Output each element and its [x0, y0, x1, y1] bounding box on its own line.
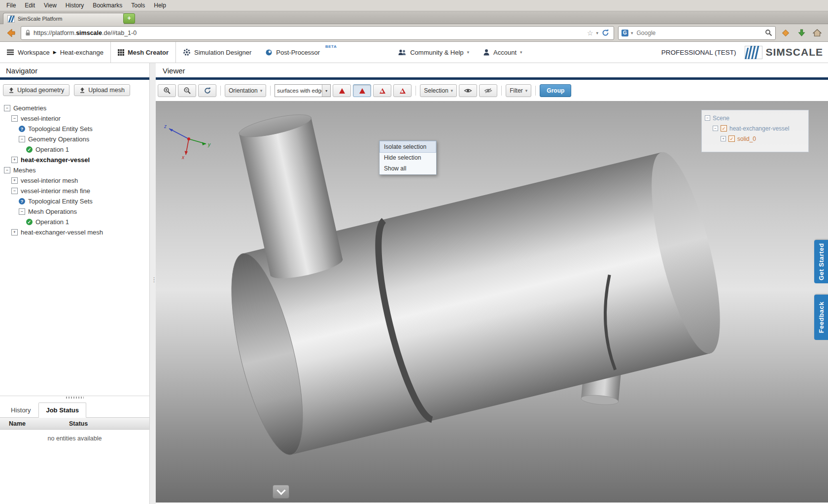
- workspace-breadcrumb[interactable]: Workspace ▶ Heat-exchange: [0, 42, 110, 63]
- home-button[interactable]: [811, 27, 823, 39]
- scene-vessel-row[interactable]: heat-exchanger-vessel: [705, 123, 805, 134]
- downloads-button[interactable]: [795, 27, 807, 39]
- group-label: Group: [547, 87, 564, 94]
- get-started-tab[interactable]: Get Started: [814, 240, 828, 283]
- tree-item-geometries[interactable]: Geometries: [0, 103, 149, 113]
- menu-bookmarks[interactable]: Bookmarks: [88, 0, 127, 10]
- viewer-toolbar: Orientation▾ surfaces with edges▾ Select…: [156, 80, 828, 99]
- menu-help[interactable]: Help: [149, 0, 171, 10]
- plus-expander-icon[interactable]: [11, 157, 18, 163]
- tab-post-processor[interactable]: Post-Processor BETA: [258, 42, 337, 63]
- address-bar[interactable]: https://platform.simscale.de/#tab_1-0 ☆ …: [21, 26, 614, 40]
- plus-expander-icon[interactable]: [11, 229, 18, 235]
- scene-root-row[interactable]: Scene: [705, 113, 805, 123]
- tree-item-mesh-operations[interactable]: Mesh Operations: [0, 206, 149, 217]
- browser-tab-title: SimScale Platform: [18, 16, 62, 22]
- quality-triangle-outline-icon: [400, 88, 406, 94]
- scene-solid-row[interactable]: solid_0: [705, 134, 805, 144]
- tree-item-vessel-interior-mesh-fine[interactable]: vessel-interior mesh fine: [0, 186, 149, 196]
- tree-item-topological-entity-sets-2[interactable]: Topological Entity Sets: [0, 196, 149, 206]
- menu-tools[interactable]: Tools: [127, 0, 149, 10]
- minus-expander-icon[interactable]: [11, 188, 18, 194]
- minus-expander-icon[interactable]: [11, 115, 18, 122]
- account-menu[interactable]: Account ▾: [476, 42, 529, 63]
- hide-selection-button[interactable]: [479, 84, 497, 97]
- visibility-check-icon[interactable]: [728, 135, 735, 142]
- menu-history[interactable]: History: [61, 0, 88, 10]
- quality-triangle-button-2[interactable]: [353, 84, 371, 97]
- minus-expander-icon[interactable]: [713, 126, 718, 131]
- refresh-icon: [204, 87, 211, 95]
- zoom-in-button[interactable]: [158, 84, 176, 97]
- tree-item-topological-entity-sets[interactable]: Topological Entity Sets: [0, 124, 149, 134]
- minus-expander-icon[interactable]: [4, 167, 10, 173]
- collapse-viewport-button[interactable]: [273, 485, 289, 499]
- display-mode-value: surfaces with edges: [275, 88, 322, 94]
- zoom-out-button[interactable]: [178, 84, 196, 97]
- quality-triangle-button-1[interactable]: [333, 84, 351, 97]
- upload-geometry-button[interactable]: Upload geometry: [3, 84, 69, 96]
- tree-item-vessel-interior[interactable]: vessel-interior: [0, 113, 149, 124]
- context-menu-hide-selection[interactable]: Hide selection: [380, 152, 436, 163]
- new-tab-button[interactable]: +: [123, 13, 135, 24]
- tree-item-heat-exchanger-vessel-mesh[interactable]: heat-exchanger-vessel mesh: [0, 227, 149, 237]
- tab-job-status[interactable]: Job Status: [38, 403, 86, 418]
- quality-triangle-icon: [339, 88, 345, 94]
- tree-item-meshes[interactable]: Meshes: [0, 165, 149, 175]
- tab-history[interactable]: History: [4, 403, 37, 417]
- viewport-canvas[interactable]: z y x Isolate selection Hide selection S…: [156, 101, 828, 503]
- tree-item-heat-exchanger-vessel[interactable]: heat-exchanger-vessel: [0, 155, 149, 165]
- selection-dropdown[interactable]: Selection▾: [420, 84, 457, 97]
- context-menu-isolate-selection[interactable]: Isolate selection: [380, 141, 436, 152]
- horizontal-splitter[interactable]: [0, 396, 149, 400]
- project-tree: Geometries vessel-interior Topological E…: [0, 97, 149, 237]
- tab-post-processor-label: Post-Processor: [276, 49, 320, 56]
- upload-mesh-button[interactable]: Upload mesh: [74, 84, 130, 96]
- search-input[interactable]: [636, 29, 762, 37]
- feedback-tab[interactable]: Feedback: [814, 295, 828, 340]
- check-badge-icon: [26, 219, 33, 225]
- community-help-label: Community & Help: [410, 49, 463, 56]
- orientation-dropdown[interactable]: Orientation▾: [225, 84, 266, 97]
- menu-edit[interactable]: Edit: [20, 0, 39, 10]
- group-button[interactable]: Group: [540, 84, 571, 97]
- visibility-check-icon[interactable]: [721, 125, 727, 132]
- tree-item-operation-1[interactable]: Operation 1: [0, 144, 149, 155]
- bookmark-star-icon[interactable]: ☆: [587, 29, 593, 37]
- tree-item-vessel-interior-mesh[interactable]: vessel-interior mesh: [0, 175, 149, 186]
- show-selection-button[interactable]: [459, 84, 477, 97]
- breadcrumb-arrow-icon: ▶: [53, 50, 57, 55]
- filter-dropdown[interactable]: Filter▾: [506, 84, 531, 97]
- search-engine-dropdown-icon[interactable]: ▾: [631, 31, 633, 35]
- tab-mesh-creator[interactable]: Mesh Creator: [110, 42, 176, 63]
- refresh-button[interactable]: [198, 84, 216, 97]
- search-icon[interactable]: [765, 29, 772, 36]
- menu-file[interactable]: File: [2, 0, 20, 10]
- browser-tab-simscale[interactable]: SimScale Platform: [3, 13, 124, 24]
- minus-expander-icon[interactable]: [705, 115, 710, 121]
- context-menu-show-all[interactable]: Show all: [380, 163, 436, 174]
- extension-button[interactable]: [780, 27, 792, 39]
- community-help-menu[interactable]: Community & Help ▾: [391, 42, 476, 63]
- menu-view[interactable]: View: [39, 0, 61, 10]
- plus-expander-icon[interactable]: [721, 136, 726, 141]
- quality-triangle-button-3[interactable]: [373, 84, 391, 97]
- minus-expander-icon[interactable]: [19, 136, 25, 142]
- heat-exchanger-vessel-model[interactable]: [156, 101, 828, 503]
- reload-icon[interactable]: [601, 29, 610, 37]
- search-box[interactable]: G ▾: [618, 26, 776, 40]
- navigator-title: Navigator: [0, 63, 149, 77]
- tree-item-operation-1-mesh[interactable]: Operation 1: [0, 217, 149, 227]
- minus-expander-icon[interactable]: [4, 105, 10, 111]
- post-processor-icon: [265, 49, 273, 56]
- search-engine-icon[interactable]: G: [621, 30, 628, 36]
- display-mode-select[interactable]: surfaces with edges▾: [275, 84, 331, 97]
- plus-expander-icon[interactable]: [11, 177, 18, 184]
- quality-triangle-button-4[interactable]: [393, 84, 412, 97]
- minus-expander-icon[interactable]: [19, 208, 25, 215]
- tree-item-geometry-operations[interactable]: Geometry Operations: [0, 134, 149, 144]
- upload-geometry-label: Upload geometry: [17, 87, 64, 94]
- url-dropdown-icon[interactable]: ▾: [596, 31, 598, 35]
- tab-simulation-designer[interactable]: Simulation Designer: [176, 42, 258, 63]
- back-button[interactable]: [5, 27, 17, 39]
